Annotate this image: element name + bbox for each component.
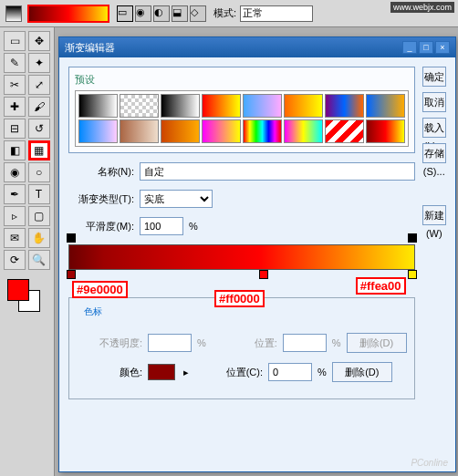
type-label: 渐变类型(T): [68, 192, 134, 206]
opacity-stop-right[interactable] [408, 233, 417, 244]
preset-swatch-6[interactable] [325, 94, 364, 118]
annotation-1: #9e0000 [72, 281, 128, 298]
new-button[interactable]: 新建(W) [422, 205, 446, 225]
radial-style-btn[interactable]: ◉ [135, 5, 151, 22]
name-input[interactable] [140, 162, 415, 181]
close-btn[interactable]: × [435, 41, 450, 54]
minimize-btn[interactable]: _ [402, 41, 417, 54]
wand-tool[interactable]: ✦ [28, 53, 50, 73]
preset-swatch-7[interactable] [366, 94, 405, 118]
marquee-tool[interactable]: ▭ [4, 31, 26, 51]
preset-swatch-1[interactable] [120, 94, 159, 118]
url-badge: www.webjx.com [390, 2, 454, 13]
preset-swatch-11[interactable] [202, 119, 241, 143]
preset-swatch-14[interactable] [325, 119, 364, 143]
zoom-tool[interactable]: 🔍 [28, 250, 50, 270]
preset-swatch-13[interactable] [284, 119, 323, 143]
watermark: PConline [411, 458, 448, 468]
history-brush-tool[interactable]: ↺ [28, 119, 50, 139]
diamond-style-btn[interactable]: ◇ [190, 5, 206, 22]
percent-3: % [332, 337, 341, 348]
gradient-preview-toolbar[interactable] [27, 5, 109, 23]
brush-tool[interactable]: 🖌 [28, 97, 50, 117]
rotate-tool[interactable]: ⟳ [4, 250, 26, 270]
type-select[interactable]: 实底 [140, 190, 213, 208]
blur-tool[interactable]: ◉ [4, 162, 26, 182]
gradient-bar-wrap: #9e0000 #ff0000 #ffea00 [68, 244, 415, 270]
options-bar: ▭ ◉ ◐ ⬓ ◇ 模式: www.webjx.com [0, 0, 458, 27]
preset-swatch-8[interactable] [78, 119, 118, 143]
crop-tool[interactable]: ✂ [4, 75, 26, 95]
path-tool[interactable]: ▹ [4, 206, 26, 226]
preset-swatch-3[interactable] [202, 94, 241, 118]
stops-legend: 色标 [80, 305, 106, 318]
eraser-tool[interactable]: ◧ [4, 140, 26, 160]
delete-opacity-btn: 删除(D) [347, 333, 407, 353]
annotation-2: #ff0000 [214, 290, 265, 307]
pen-tool[interactable]: ✒ [4, 184, 26, 204]
delete-color-btn[interactable]: 删除(D) [332, 362, 392, 382]
preset-swatch-15[interactable] [366, 119, 405, 143]
preset-swatch-9[interactable] [120, 119, 159, 143]
cancel-button[interactable]: 取消 [422, 92, 446, 112]
hand-tool[interactable]: ✋ [28, 228, 50, 248]
gradient-editor-dialog: 渐变编辑器 _ □ × 预设 名称(N): 渐变类型(T): 实底 平滑度(M)… [58, 36, 456, 472]
ok-button[interactable]: 确定 [422, 67, 446, 87]
gradient-tool[interactable]: ▦ [28, 140, 50, 160]
color-stop-1[interactable] [67, 270, 76, 281]
opacity-stop-left[interactable] [67, 233, 76, 244]
type-tool[interactable]: T [28, 184, 50, 204]
eyedropper-tool[interactable]: ⤢ [28, 75, 50, 95]
dialog-titlebar[interactable]: 渐变编辑器 _ □ × [59, 37, 455, 57]
position2-label: 位置(C): [197, 366, 263, 379]
mode-label: 模式: [213, 6, 236, 20]
preset-swatch-4[interactable] [243, 94, 282, 118]
preset-swatch-5[interactable] [284, 94, 323, 118]
opacity-input [148, 334, 192, 352]
percent-2: % [197, 337, 206, 348]
color-stop-2[interactable] [259, 270, 268, 281]
dialog-title: 渐变编辑器 [65, 41, 115, 55]
load-button[interactable]: 载入(L)... [422, 118, 446, 138]
position-input [283, 334, 327, 352]
annotation-3: #ffea00 [356, 277, 406, 295]
gradient-style-group: ▭ ◉ ◐ ⬓ ◇ [117, 5, 206, 22]
stops-group: 色标 不透明度: % 位置: % 删除(D) 颜色: ▸ 位置(C): % [68, 297, 415, 399]
opacity-label: 不透明度: [77, 336, 142, 350]
save-button[interactable]: 存储(S)... [422, 143, 446, 163]
preset-swatch-0[interactable] [78, 94, 118, 118]
dodge-tool[interactable]: ○ [28, 162, 50, 182]
name-label: 名称(N): [68, 165, 134, 179]
shape-tool[interactable]: ▢ [28, 206, 50, 226]
preset-swatch-2[interactable] [161, 94, 200, 118]
preset-swatch-10[interactable] [161, 119, 200, 143]
preset-grid [75, 90, 409, 147]
tool-palette: ▭ ✥ ✎ ✦ ✂ ⤢ ✚ 🖌 ⊟ ↺ ◧ ▦ ◉ ○ ✒ T ▹ ▢ ✉ ✋ … [0, 27, 55, 476]
color-swatch-current[interactable] [148, 364, 175, 380]
maximize-btn[interactable]: □ [419, 41, 433, 54]
position-label: 位置: [212, 336, 277, 350]
stamp-tool[interactable]: ⊟ [4, 119, 26, 139]
reflected-style-btn[interactable]: ⬓ [172, 5, 188, 22]
color-menu-arrow[interactable]: ▸ [181, 367, 192, 378]
color-stop-3[interactable] [408, 270, 417, 281]
mode-select[interactable] [240, 5, 313, 22]
heal-tool[interactable]: ✚ [4, 97, 26, 117]
color-swatch[interactable] [5, 279, 48, 312]
presets-panel: 预设 [68, 67, 415, 153]
smooth-input[interactable] [140, 217, 183, 235]
position2-input[interactable] [268, 363, 312, 381]
preset-swatch-12[interactable] [243, 119, 282, 143]
gradient-bar[interactable] [68, 244, 415, 270]
move-tool[interactable]: ✥ [28, 31, 50, 51]
fg-color[interactable] [7, 279, 29, 301]
smooth-label: 平滑度(M): [68, 220, 134, 233]
lasso-tool[interactable]: ✎ [4, 53, 26, 73]
percent-1: % [189, 221, 198, 232]
percent-4: % [317, 367, 327, 378]
color-label: 颜色: [77, 366, 142, 379]
fg-bg-mini[interactable] [5, 5, 22, 22]
notes-tool[interactable]: ✉ [4, 228, 26, 248]
angle-style-btn[interactable]: ◐ [153, 5, 170, 22]
linear-style-btn[interactable]: ▭ [117, 5, 133, 22]
